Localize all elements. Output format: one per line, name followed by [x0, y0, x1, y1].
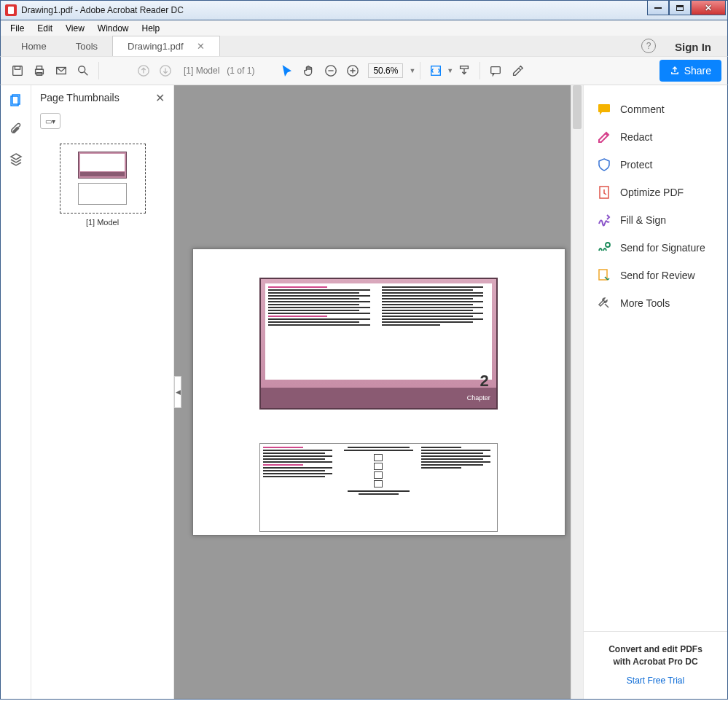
tool-fillsign[interactable]: Fill & Sign: [584, 206, 727, 234]
next-page-icon[interactable]: [154, 60, 176, 82]
menu-file[interactable]: File: [4, 22, 31, 35]
zoom-value[interactable]: 50.6%: [368, 63, 403, 78]
thumbnails-panel: Page Thumbnails ✕ ▭▾: [31, 85, 174, 699]
tool-label: Comment: [620, 103, 665, 115]
tool-moretools[interactable]: More Tools: [584, 289, 727, 317]
divider: [480, 62, 480, 79]
hand-tool-icon[interactable]: [298, 60, 320, 82]
tools-panel: Comment Redact Protect Optimize PDF Fill…: [583, 85, 727, 699]
pdf-page: 2 Chapter: [192, 248, 565, 536]
svg-rect-1: [15, 66, 20, 70]
highlight-icon[interactable]: [506, 60, 528, 82]
document-viewer[interactable]: ◀: [174, 85, 583, 699]
page-label: [1] Model: [184, 66, 219, 76]
svg-point-6: [79, 66, 85, 73]
selection-tool-icon[interactable]: [276, 60, 298, 82]
thumbnails-options: ▭▾: [31, 110, 173, 136]
promo-line2: with Acrobat Pro DC: [591, 656, 720, 668]
tool-sendforsig[interactable]: Send for Signature: [584, 234, 727, 262]
promo-link[interactable]: Start Free Trial: [591, 675, 720, 686]
sign-in-button[interactable]: Sign In: [675, 41, 711, 53]
read-mode-icon[interactable]: [453, 60, 475, 82]
maximize-button[interactable]: [669, 1, 691, 15]
thumbnail-item[interactable]: [1] Model: [31, 136, 173, 234]
tool-protect[interactable]: Protect: [584, 151, 727, 179]
sendreview-icon: [597, 268, 611, 283]
menu-view[interactable]: View: [59, 22, 91, 35]
fillsign-icon: [597, 213, 611, 227]
search-icon[interactable]: [72, 60, 94, 82]
rail-attachments-icon[interactable]: [8, 122, 24, 138]
tool-sendreview[interactable]: Send for Review: [584, 262, 727, 289]
app-icon: [5, 4, 17, 16]
tab-close-icon[interactable]: ✕: [197, 41, 205, 52]
svg-rect-13: [491, 67, 501, 74]
optimize-icon: [597, 185, 611, 200]
svg-rect-0: [13, 66, 23, 76]
fit-width-icon[interactable]: [425, 60, 447, 82]
share-button[interactable]: Share: [659, 60, 721, 82]
tool-comment[interactable]: Comment: [584, 95, 727, 123]
menu-edit[interactable]: Edit: [31, 22, 59, 35]
chapter-label: Chapter: [467, 394, 490, 402]
divider: [420, 62, 420, 79]
menu-bar: File Edit View Window Help: [0, 20, 728, 36]
chapter-number: 2: [480, 372, 488, 391]
tool-label: Protect: [620, 159, 652, 171]
moretools-icon: [597, 296, 611, 310]
tool-redact[interactable]: Redact: [584, 123, 727, 151]
svg-point-18: [606, 243, 610, 247]
tab-tools[interactable]: Tools: [61, 36, 112, 56]
menu-help[interactable]: Help: [136, 22, 167, 35]
tool-label: More Tools: [620, 297, 670, 309]
share-label: Share: [684, 65, 711, 77]
rail-thumbnails-icon[interactable]: [8, 93, 24, 109]
print-icon[interactable]: [28, 60, 50, 82]
left-rail: [1, 85, 31, 699]
email-icon[interactable]: [50, 60, 72, 82]
promo-line1: Convert and edit PDFs: [591, 643, 720, 656]
sendforsig-icon: [597, 240, 611, 255]
fit-dropdown-icon[interactable]: ▼: [447, 67, 453, 74]
svg-rect-16: [598, 104, 610, 112]
vertical-scrollbar[interactable]: [571, 85, 583, 699]
zoom-in-icon[interactable]: [342, 60, 364, 82]
svg-rect-3: [36, 66, 42, 70]
tool-optimize[interactable]: Optimize PDF: [584, 179, 727, 206]
promo-box: Convert and edit PDFs with Acrobat Pro D…: [584, 631, 727, 699]
tool-label: Send for Signature: [620, 242, 705, 254]
tool-label: Redact: [620, 131, 652, 143]
tab-home[interactable]: Home: [7, 36, 61, 56]
sticky-note-icon[interactable]: [485, 60, 506, 82]
close-button[interactable]: ✕: [691, 1, 726, 15]
tab-document[interactable]: Drawing1.pdf ✕: [112, 36, 220, 56]
comment-icon: [597, 102, 611, 117]
thumbnails-close-icon[interactable]: ✕: [155, 91, 165, 105]
divider: [98, 62, 99, 79]
menu-window[interactable]: Window: [91, 22, 136, 35]
prev-page-icon[interactable]: [133, 60, 154, 82]
tool-label: Send for Review: [620, 270, 695, 281]
zoom-dropdown-icon[interactable]: ▼: [409, 67, 415, 74]
thumbnails-options-dropdown[interactable]: ▭▾: [40, 113, 60, 129]
tool-label: Fill & Sign: [620, 214, 666, 226]
thumbnail-image: [60, 144, 146, 214]
save-icon[interactable]: [7, 60, 28, 82]
svg-rect-11: [431, 66, 441, 76]
tool-label: Optimize PDF: [620, 187, 684, 198]
collapse-left-icon[interactable]: ◀: [174, 376, 181, 408]
zoom-out-icon[interactable]: [320, 60, 342, 82]
window-titlebar: Drawing1.pdf - Adobe Acrobat Reader DC ✕: [0, 0, 728, 20]
window-controls: ✕: [647, 1, 726, 15]
help-icon[interactable]: ?: [641, 39, 656, 53]
thumbnail-label: [1] Model: [86, 218, 119, 227]
protect-icon: [597, 157, 611, 172]
page-count: (1 of 1): [227, 66, 254, 76]
thumbnails-title: Page Thumbnails: [40, 92, 120, 103]
window-title: Drawing1.pdf - Adobe Acrobat Reader DC: [21, 5, 647, 15]
minimize-button[interactable]: [647, 1, 669, 15]
tab-bar: Home Tools Drawing1.pdf ✕ ? Sign In: [0, 36, 728, 56]
rail-layers-icon[interactable]: [8, 151, 24, 167]
body-area: Page Thumbnails ✕ ▭▾: [0, 85, 728, 700]
redact-icon: [597, 130, 611, 144]
